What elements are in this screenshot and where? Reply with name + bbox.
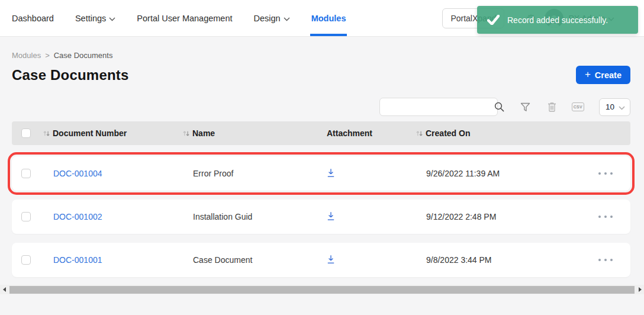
column-header-name[interactable]: Name xyxy=(182,128,316,138)
create-button-label: Create xyxy=(595,70,622,80)
table-row[interactable]: DOC-001002 Installation Guid 9/12/2022 2… xyxy=(12,200,630,234)
filter-icon[interactable] xyxy=(520,102,530,112)
column-label: Created On xyxy=(426,128,470,138)
search-icon[interactable] xyxy=(494,102,504,112)
download-icon[interactable] xyxy=(327,255,335,264)
main-nav: Dashboard Settings Portal User Managemen… xyxy=(0,0,346,36)
column-label: Attachment xyxy=(327,128,372,138)
check-icon xyxy=(487,15,500,25)
row-actions xyxy=(575,172,630,175)
page-size-select[interactable]: 10 xyxy=(599,98,630,116)
row-checkbox[interactable] xyxy=(21,212,31,221)
nav-item-design[interactable]: Design xyxy=(254,0,290,36)
nav-item-modules[interactable]: Modules xyxy=(311,0,346,36)
nav-label: Portal User Management xyxy=(137,14,232,23)
nav-label: Dashboard xyxy=(12,14,54,23)
toast-message: Record added successfully. xyxy=(507,15,608,25)
delete-icon[interactable] xyxy=(548,102,556,112)
column-label: Document Number xyxy=(53,128,127,138)
document-name: Installation Guid xyxy=(182,212,316,221)
header-checkbox-cell xyxy=(12,128,43,138)
search-input[interactable] xyxy=(380,98,494,115)
page-title: Case Documents xyxy=(12,67,129,83)
document-number-link[interactable]: DOC-001002 xyxy=(53,212,102,221)
download-icon[interactable] xyxy=(327,211,335,221)
page-size-value: 10 xyxy=(606,102,614,111)
table-toolbar: CSV 10 xyxy=(12,98,630,116)
page-content: Modules > Case Documents Case Documents … xyxy=(0,51,644,277)
ellipsis-menu-icon[interactable] xyxy=(598,172,613,175)
download-icon[interactable] xyxy=(327,168,335,178)
breadcrumb-separator: > xyxy=(45,51,50,60)
created-on: 9/8/2022 3:44 PM xyxy=(416,255,575,265)
scroll-right-arrow[interactable] xyxy=(636,287,644,292)
column-header-document-number[interactable]: Document Number xyxy=(43,128,182,138)
column-header-created-on[interactable]: Created On xyxy=(416,128,575,138)
nav-item-settings[interactable]: Settings xyxy=(75,0,115,36)
row-actions xyxy=(575,259,630,261)
export-csv-icon[interactable]: CSV xyxy=(572,102,584,111)
create-button[interactable]: + Create xyxy=(576,66,630,84)
select-all-checkbox[interactable] xyxy=(21,128,31,138)
scroll-left-arrow[interactable] xyxy=(0,287,8,292)
document-number-link[interactable]: DOC-001001 xyxy=(53,255,102,265)
table-body: DOC-001004 Error Proof 9/26/2022 11:39 A… xyxy=(12,156,630,277)
chevron-down-icon xyxy=(284,17,290,21)
search-box xyxy=(379,98,498,116)
sort-icon[interactable] xyxy=(43,130,50,137)
column-label: Name xyxy=(192,128,215,138)
document-number-link[interactable]: DOC-001004 xyxy=(53,169,102,178)
nav-item-dashboard[interactable]: Dashboard xyxy=(12,0,54,36)
ellipsis-menu-icon[interactable] xyxy=(598,216,613,218)
nav-label: Design xyxy=(254,14,281,23)
title-row: Case Documents + Create xyxy=(12,66,630,84)
chevron-down-icon xyxy=(619,106,625,110)
attachment-cell xyxy=(316,255,416,266)
breadcrumb: Modules > Case Documents xyxy=(12,51,630,60)
row-actions xyxy=(575,216,630,218)
attachment-cell xyxy=(316,211,416,223)
scrollbar-thumb[interactable] xyxy=(9,286,635,294)
toast-notification: Record added successfully. xyxy=(477,6,638,34)
document-name: Error Proof xyxy=(182,169,316,178)
table-row[interactable]: DOC-001001 Case Document 9/8/2022 3:44 P… xyxy=(12,243,630,277)
created-on: 9/26/2022 11:39 AM xyxy=(416,169,575,178)
sort-icon[interactable] xyxy=(182,130,190,137)
breadcrumb-current: Case Documents xyxy=(54,51,113,60)
nav-item-portal-user-management[interactable]: Portal User Management xyxy=(137,0,232,36)
breadcrumb-parent[interactable]: Modules xyxy=(12,51,41,60)
table-header-row: Document Number Name Attachment Created … xyxy=(12,121,630,145)
chevron-down-icon xyxy=(109,17,115,21)
attachment-cell xyxy=(316,168,416,179)
document-name: Case Document xyxy=(182,255,316,265)
column-header-attachment: Attachment xyxy=(316,128,416,138)
row-checkbox[interactable] xyxy=(21,169,31,178)
ellipsis-menu-icon[interactable] xyxy=(598,259,613,261)
table-row[interactable]: DOC-001004 Error Proof 9/26/2022 11:39 A… xyxy=(12,156,630,191)
sort-icon[interactable] xyxy=(416,130,423,137)
created-on: 9/12/2022 2:48 PM xyxy=(416,212,575,221)
nav-label: Settings xyxy=(75,14,106,23)
nav-label: Modules xyxy=(311,14,346,23)
row-checkbox[interactable] xyxy=(21,255,31,265)
plus-icon: + xyxy=(585,69,591,81)
horizontal-scrollbar xyxy=(0,285,644,294)
